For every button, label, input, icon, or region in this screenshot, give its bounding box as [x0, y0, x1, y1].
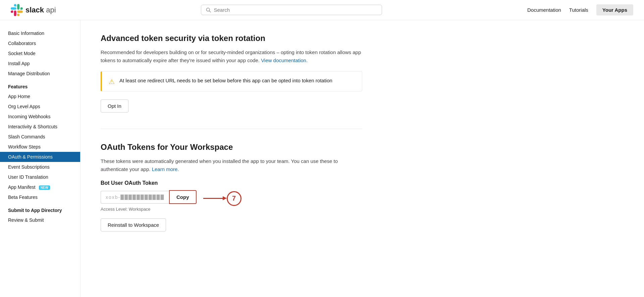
header: slack api Documentation Tutorials Your A…	[0, 0, 644, 20]
your-apps-button[interactable]: Your Apps	[596, 4, 633, 15]
sidebar-item-interactivity-shortcuts[interactable]: Interactivity & Shortcuts	[0, 122, 80, 132]
bot-token-label: Bot User OAuth Token	[101, 180, 362, 186]
section-divider	[101, 129, 362, 129]
copy-button[interactable]: Copy	[169, 190, 197, 204]
access-level-text: Access Level: Workspace	[101, 207, 362, 212]
header-nav: Documentation Tutorials Your Apps	[527, 4, 633, 15]
token-security-title: Advanced token security via token rotati…	[101, 34, 362, 43]
nav-tutorials[interactable]: Tutorials	[569, 7, 588, 13]
token-input[interactable]	[101, 191, 169, 204]
sidebar-item-basic-information[interactable]: Basic Information	[0, 28, 80, 38]
search-icon	[206, 7, 211, 13]
reinstall-section: Reinstall to Workspace	[101, 218, 362, 231]
token-row: Copy	[101, 190, 197, 204]
header-left: slack api	[11, 4, 56, 16]
layout: Basic Information Collaborators Socket M…	[0, 20, 644, 268]
sidebar-item-app-manifest[interactable]: App Manifest NEW	[0, 182, 80, 192]
sidebar-item-oauth-permissions[interactable]: OAuth & Permissions	[0, 152, 80, 162]
oauth-tokens-desc: These tokens were automatically generate…	[101, 157, 362, 173]
new-badge: NEW	[39, 185, 50, 190]
search-input[interactable]	[214, 7, 377, 13]
submit-section-title: Submit to App Directory	[0, 202, 80, 215]
warning-box: ⚠ At least one redirect URL needs to be …	[101, 71, 362, 91]
search-bar[interactable]	[201, 5, 382, 15]
view-documentation-link[interactable]: View documentation.	[261, 57, 308, 63]
sidebar-item-socket-mode[interactable]: Socket Mode	[0, 48, 80, 58]
sidebar-item-incoming-webhooks[interactable]: Incoming Webhooks	[0, 112, 80, 122]
arrow-line	[203, 198, 223, 199]
brand-text: slack api	[25, 6, 56, 14]
slack-logo: slack api	[11, 4, 56, 16]
sidebar-item-beta-features[interactable]: Beta Features	[0, 192, 80, 202]
warning-icon: ⚠	[109, 78, 115, 86]
sidebar-item-install-app[interactable]: Install App	[0, 58, 80, 69]
sidebar-item-org-level-apps[interactable]: Org Level Apps	[0, 101, 80, 112]
learn-more-link[interactable]: Learn more.	[152, 166, 179, 172]
token-security-section: Advanced token security via token rotati…	[101, 34, 362, 113]
token-security-desc: Recommended for developers building on o…	[101, 48, 362, 65]
sidebar-item-collaborators[interactable]: Collaborators	[0, 38, 80, 48]
slack-icon	[11, 4, 23, 16]
oauth-tokens-title: OAuth Tokens for Your Workspace	[101, 142, 362, 152]
main-content: Advanced token security via token rotati…	[80, 20, 382, 268]
sidebar-item-workflow-steps[interactable]: Workflow Steps	[0, 142, 80, 152]
step-number-badge: 7	[227, 191, 241, 206]
sidebar-item-manage-distribution[interactable]: Manage Distribution	[0, 69, 80, 79]
warning-text: At least one redirect URL needs to be se…	[119, 77, 332, 85]
sidebar-item-review-submit[interactable]: Review & Submit	[0, 215, 80, 225]
oauth-tokens-section: OAuth Tokens for Your Workspace These to…	[101, 142, 362, 231]
step-annotation: 7	[203, 191, 241, 206]
reinstall-button[interactable]: Reinstall to Workspace	[101, 218, 166, 231]
svg-line-1	[209, 11, 211, 12]
sidebar-item-user-id-translation[interactable]: User ID Translation	[0, 172, 80, 182]
opt-in-button[interactable]: Opt In	[101, 99, 128, 113]
features-section-title: Features	[0, 79, 80, 91]
nav-documentation[interactable]: Documentation	[527, 7, 561, 13]
sidebar-item-app-home[interactable]: App Home	[0, 91, 80, 101]
sidebar: Basic Information Collaborators Socket M…	[0, 20, 80, 268]
token-annotation-row: Copy 7	[101, 190, 362, 207]
sidebar-item-slash-commands[interactable]: Slash Commands	[0, 132, 80, 142]
sidebar-item-event-subscriptions[interactable]: Event Subscriptions	[0, 162, 80, 172]
